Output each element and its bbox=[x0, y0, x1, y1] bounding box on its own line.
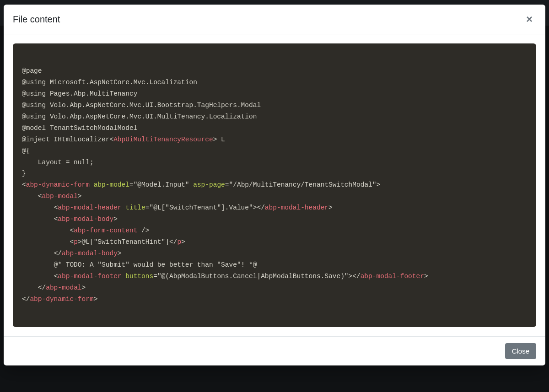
modal-body: @page @using Microsoft.AspNetCore.Mvc.Lo… bbox=[4, 34, 545, 336]
modal-header: File content × bbox=[4, 5, 545, 34]
modal-backdrop: File content × @page @using Microsoft.As… bbox=[0, 0, 549, 392]
modal-title: File content bbox=[13, 14, 60, 25]
file-content-modal: File content × @page @using Microsoft.As… bbox=[4, 5, 545, 365]
file-content-code: @page @using Microsoft.AspNetCore.Mvc.Lo… bbox=[13, 43, 536, 327]
modal-footer: Close bbox=[4, 336, 545, 365]
close-button[interactable]: Close bbox=[505, 343, 536, 359]
close-icon[interactable]: × bbox=[522, 12, 536, 27]
